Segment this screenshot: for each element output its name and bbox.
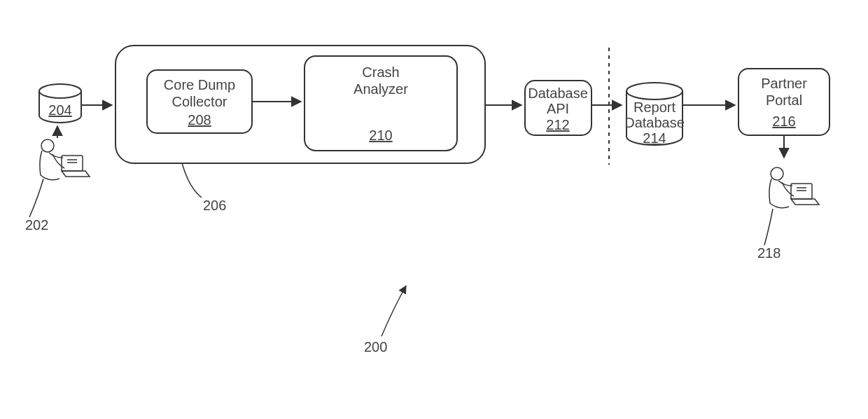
- diagram-canvas: 204 202 206 Core Dump Collector 208 Cras…: [0, 0, 868, 419]
- label-216-l1: Partner: [761, 76, 807, 91]
- svg-point-6: [771, 167, 783, 180]
- ref-208: 208: [188, 112, 211, 128]
- label-208-l1: Core Dump: [164, 77, 235, 92]
- ref-214: 214: [643, 130, 666, 146]
- container-206: [115, 46, 485, 163]
- ref-206: 206: [203, 198, 226, 213]
- svg-rect-7: [791, 184, 812, 199]
- report-database-214: Report Database 214: [624, 83, 685, 146]
- svg-rect-2: [62, 156, 83, 171]
- database-204: 204: [39, 84, 81, 123]
- label-216-l2: Portal: [766, 92, 802, 108]
- ref-200: 200: [364, 339, 387, 355]
- label-212-l1: Database: [528, 85, 588, 101]
- user-218: [769, 167, 819, 208]
- label-212-l2: API: [547, 101, 569, 116]
- ref-210: 210: [369, 128, 392, 143]
- label-210-l2: Analyzer: [354, 81, 408, 97]
- svg-point-1: [41, 139, 54, 152]
- label-210-l1: Crash: [362, 64, 399, 80]
- svg-point-5: [626, 83, 682, 99]
- label-208-l2: Collector: [172, 94, 227, 109]
- ref-218: 218: [757, 245, 780, 261]
- ref-204: 204: [48, 102, 71, 118]
- label-214-l1: Report: [634, 99, 676, 115]
- ref-216: 216: [772, 114, 795, 129]
- ref-202: 202: [25, 217, 48, 233]
- svg-point-0: [39, 84, 81, 98]
- label-214-l2: Database: [624, 115, 685, 130]
- ref-212: 212: [546, 117, 569, 132]
- user-202: [40, 139, 90, 180]
